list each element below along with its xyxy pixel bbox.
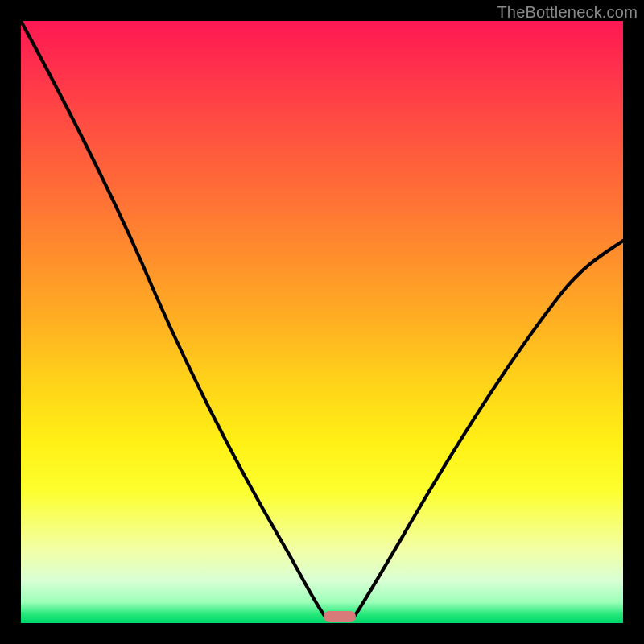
bottleneck-curve: [21, 21, 623, 623]
curve-path: [21, 21, 623, 617]
watermark-text: TheBottleneck.com: [497, 3, 638, 22]
trough-marker: [324, 611, 356, 622]
plot-area: [21, 21, 623, 623]
chart-frame: TheBottleneck.com: [0, 0, 644, 644]
